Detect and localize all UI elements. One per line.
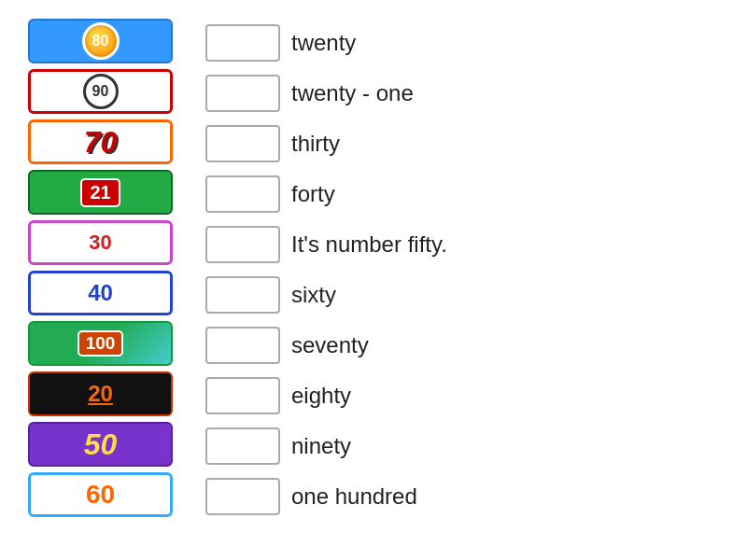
drop-box-6[interactable] [205,327,280,364]
drop-box-9[interactable] [205,478,280,515]
drop-box-5[interactable] [205,276,280,314]
label-0: twenty [291,30,356,56]
match-row-5: sixty [205,273,719,317]
number-display-60: 60 [86,480,115,510]
card-70[interactable]: 70 [28,119,173,164]
card-80[interactable]: 80 [28,19,173,63]
label-8: ninety [291,433,351,459]
labels-column: twenty twenty - one thirty forty It's nu… [205,19,719,519]
drop-box-4[interactable] [205,226,280,263]
match-row-0: twenty [205,21,719,65]
card-50[interactable]: 50 [28,422,173,467]
label-9: one hundred [291,483,417,510]
number-display-40: 40 [88,280,113,306]
drop-box-3[interactable] [205,175,280,213]
card-60[interactable]: 60 [28,472,173,517]
cards-column: 80 90 70 21 30 40 100 20 50 60 [28,19,187,519]
card-100[interactable]: 100 [28,321,173,366]
match-row-4: It's number fifty. [205,222,719,267]
drop-box-0[interactable] [205,24,280,62]
number-display-30: 30 [89,231,111,255]
label-3: forty [291,181,335,207]
label-4: It's number fifty. [291,231,447,258]
label-6: seventy [291,332,369,358]
label-1: twenty - one [291,80,414,106]
number-display-50: 50 [84,427,118,462]
match-row-1: twenty - one [205,71,719,116]
match-row-3: forty [205,172,719,217]
number-display-70: 70 [84,125,118,160]
card-21[interactable]: 21 [28,170,173,215]
drop-box-7[interactable] [205,377,280,414]
drop-box-8[interactable] [205,427,280,465]
label-7: eighty [291,383,351,409]
main-container: 80 90 70 21 30 40 100 20 50 60 [0,0,747,538]
label-5: sixty [291,282,336,308]
match-row-2: thirty [205,121,719,166]
card-40[interactable]: 40 [28,271,173,315]
number-display-100: 100 [78,330,124,357]
card-90[interactable]: 90 [28,69,173,114]
drop-box-2[interactable] [205,125,280,162]
match-row-9: one hundred [205,474,719,519]
card-30[interactable]: 30 [28,220,173,265]
match-row-6: seventy [205,323,719,368]
match-row-8: ninety [205,424,719,469]
card-20b[interactable]: 20 [28,371,173,416]
match-row-7: eighty [205,373,719,418]
number-display-21: 21 [80,178,120,207]
label-2: thirty [291,131,340,157]
number-display-20b: 20 [88,381,113,407]
number-display-80: 80 [82,22,120,60]
number-display-90: 90 [83,74,119,109]
drop-box-1[interactable] [205,75,280,112]
